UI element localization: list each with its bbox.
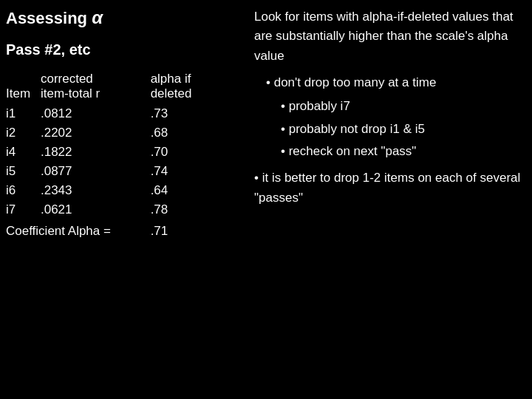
coefficient-value: .71: [151, 219, 235, 241]
table-row: i1.0812.73: [6, 104, 235, 123]
intro-text: Look for items with alpha-if-deleted val…: [254, 7, 526, 66]
col-header-alpha: alpha if deleted: [151, 69, 235, 104]
table-row: i4.1822.70: [6, 143, 235, 162]
col-header-item: Item: [6, 69, 41, 104]
subbullet2: probably not drop i1 & i5: [281, 120, 526, 139]
cell-alpha-if: .78: [151, 200, 235, 219]
cell-corrected: .1822: [41, 143, 151, 162]
page: Assessing α Pass #2, etc Item corrected …: [0, 0, 532, 399]
coefficient-row: Coefficient Alpha = .71: [6, 219, 235, 241]
subbullet1: probably i7: [281, 97, 526, 116]
cell-item: i1: [6, 104, 41, 123]
cell-corrected: .0877: [41, 162, 151, 181]
cell-item: i6: [6, 181, 41, 200]
page-title: Assessing α: [6, 7, 235, 28]
bullet1: don't drop too many at a time: [266, 73, 526, 92]
cell-item: i2: [6, 123, 41, 143]
subbullet3: recheck on next "pass": [281, 142, 526, 161]
cell-alpha-if: .68: [151, 123, 235, 143]
cell-alpha-if: .64: [151, 181, 235, 200]
cell-corrected: .0621: [41, 200, 151, 219]
table-body: i1.0812.73i2.2202.68i4.1822.70i5.0877.74…: [6, 104, 235, 219]
cell-item: i7: [6, 200, 41, 219]
cell-corrected: .2202: [41, 123, 151, 143]
title-prefix: Assessing: [6, 9, 92, 27]
cell-corrected: .0812: [41, 104, 151, 123]
left-panel: Assessing α Pass #2, etc Item corrected …: [6, 7, 242, 392]
right-content: Look for items with alpha-if-deleted val…: [254, 7, 526, 212]
coefficient-label: Coefficient Alpha =: [6, 219, 151, 241]
cell-alpha-if: .74: [151, 162, 235, 181]
table-header-row: Item corrected item-total r alpha if del…: [6, 69, 235, 104]
cell-alpha-if: .73: [151, 104, 235, 123]
right-panel: Look for items with alpha-if-deleted val…: [242, 7, 526, 392]
cell-corrected: .2343: [41, 181, 151, 200]
cell-item: i5: [6, 162, 41, 181]
table-row: i7.0621.78: [6, 200, 235, 219]
table-row: i2.2202.68: [6, 123, 235, 143]
cell-alpha-if: .70: [151, 143, 235, 162]
bullet2: it is better to drop 1-2 items on each o…: [254, 168, 526, 208]
data-table: Item corrected item-total r alpha if del…: [6, 69, 235, 241]
table-row: i5.0877.74: [6, 162, 235, 181]
cell-item: i4: [6, 143, 41, 162]
pass-label: Pass #2, etc: [6, 41, 235, 58]
table-row: i6.2343.64: [6, 181, 235, 200]
col-header-corrected: corrected item-total r: [41, 69, 151, 104]
alpha-symbol: α: [92, 7, 103, 27]
